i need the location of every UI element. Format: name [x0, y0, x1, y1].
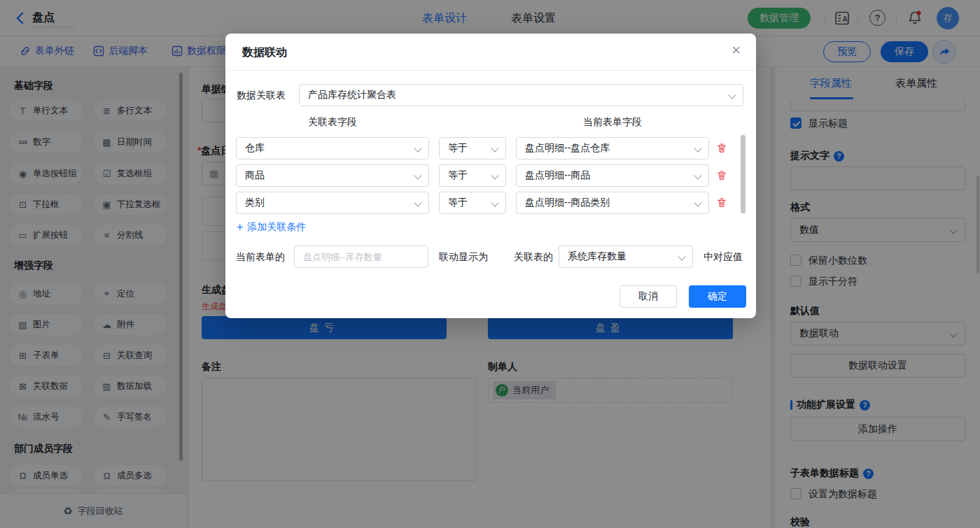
chevron-down-icon — [728, 91, 736, 99]
link-value-select[interactable]: 系统库存数量 — [559, 245, 693, 268]
rel-table-value: 产品库存统计聚合表 — [308, 89, 396, 101]
condition-operator-value: 等于 — [448, 197, 468, 209]
condition-field-value: 商品 — [245, 169, 265, 182]
condition-operator-select[interactable]: 等于 — [439, 164, 506, 187]
condition-field-select[interactable]: 商品 — [236, 164, 429, 187]
chevron-down-icon — [694, 144, 701, 152]
delete-condition-icon[interactable] — [716, 197, 727, 208]
condition-target-value: 盘点明细--商品 — [525, 169, 590, 182]
condition-target-select[interactable]: 盘点明细--商品 — [516, 164, 709, 187]
rel-table-label: 数据关联表 — [237, 84, 286, 106]
confirm-button[interactable]: 确定 — [689, 285, 746, 308]
chevron-down-icon — [414, 144, 421, 152]
modal-title: 数据联动 — [242, 45, 287, 60]
column-header-left: 关联表字段 — [236, 116, 429, 129]
modal-header-divider — [225, 70, 756, 71]
column-header-right: 当前表单字段 — [516, 116, 709, 129]
link-suffix-label: 中对应值 — [704, 245, 743, 268]
link-value: 系统库存数量 — [568, 250, 626, 263]
chevron-down-icon — [491, 171, 498, 179]
condition-target-value: 盘点明细--盘点仓库 — [525, 142, 610, 155]
link-of-label: 关联表的 — [514, 245, 553, 268]
chevron-down-icon — [491, 199, 498, 206]
link-field-input[interactable] — [294, 245, 428, 268]
chevron-down-icon — [414, 199, 421, 206]
delete-condition-icon[interactable] — [716, 170, 727, 181]
add-condition-label: 添加关联条件 — [247, 221, 306, 234]
condition-field-value: 类别 — [245, 197, 265, 209]
condition-field-select[interactable]: 仓库 — [236, 137, 429, 159]
chevron-down-icon — [414, 171, 421, 179]
condition-field-value: 仓库 — [245, 142, 265, 155]
delete-condition-icon[interactable] — [716, 143, 727, 154]
condition-field-select[interactable]: 类别 — [236, 192, 429, 214]
link-prefix-label: 当前表单的 — [236, 245, 285, 268]
condition-operator-value: 等于 — [448, 142, 468, 155]
modal-scrollbar[interactable] — [741, 135, 746, 213]
condition-target-value: 盘点明细--商品类别 — [525, 197, 610, 209]
chevron-down-icon — [694, 171, 701, 179]
add-condition-link[interactable]: +添加关联条件 — [237, 221, 306, 234]
plus-icon: + — [237, 221, 243, 234]
data-linkage-modal: 数据联动 × 数据关联表 产品库存统计聚合表 关联表字段 当前表单字段 仓库 等… — [225, 34, 756, 318]
condition-target-select[interactable]: 盘点明细--盘点仓库 — [516, 137, 709, 159]
link-mid-label: 联动显示为 — [439, 245, 488, 268]
close-icon[interactable]: × — [732, 43, 741, 58]
condition-operator-select[interactable]: 等于 — [439, 137, 506, 159]
condition-target-select[interactable]: 盘点明细--商品类别 — [516, 192, 709, 214]
condition-operator-select[interactable]: 等于 — [439, 192, 506, 214]
chevron-down-icon — [694, 199, 701, 206]
condition-operator-value: 等于 — [448, 169, 468, 182]
chevron-down-icon — [491, 144, 498, 152]
cancel-button[interactable]: 取消 — [620, 285, 677, 308]
chevron-down-icon — [678, 252, 685, 260]
rel-table-select[interactable]: 产品库存统计聚合表 — [299, 84, 743, 106]
